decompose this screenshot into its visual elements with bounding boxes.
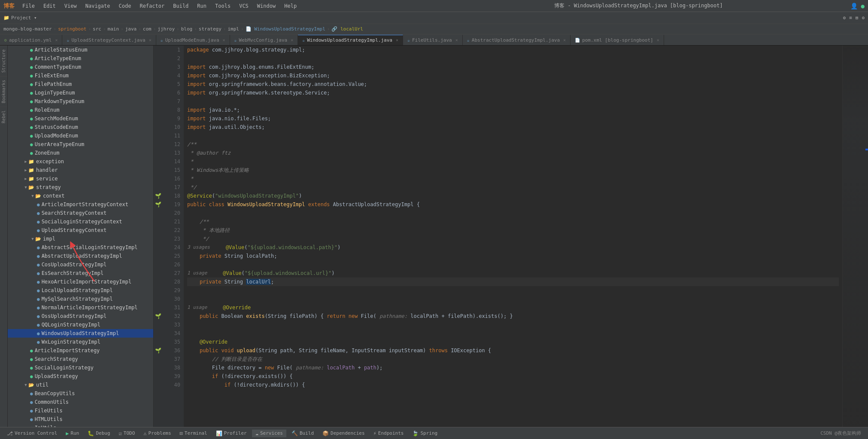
rebel-panel-label[interactable]: Rebel (0, 107, 7, 127)
bookmarks-panel-label[interactable]: Bookmarks (0, 76, 7, 107)
tree-item-file-utils[interactable]: ● FileUtils (8, 406, 153, 415)
menu-tools[interactable]: Tools (212, 2, 233, 10)
code-area[interactable]: package com.jjhroy.blog.strategy.impl; i… (184, 46, 842, 427)
menu-navigate[interactable]: Navigate (83, 2, 113, 10)
tab-file-utils[interactable]: ☕ FileUtils.java × (403, 35, 463, 45)
tree-item-upload-strategy[interactable]: ● UploadStrategy (8, 372, 153, 381)
tree-item-impl[interactable]: ▼ 📂 impl (8, 235, 153, 243)
menu-file[interactable]: File (20, 2, 37, 10)
tree-item-handler[interactable]: ▶ 📁 handler (8, 166, 153, 174)
tab-windows-upload-strategy[interactable]: ☕ WindowsUploadStrategyImpl.java × (298, 35, 403, 45)
bc-springboot[interactable]: springboot (58, 26, 86, 32)
close-tab-pom[interactable]: × (657, 38, 659, 43)
tree-item-bean-copy[interactable]: ● BeanCopyUtils (8, 389, 153, 398)
tree-item-strategy[interactable]: ▼ 📂 strategy (8, 183, 153, 192)
bc-strategy[interactable]: strategy (199, 26, 222, 32)
bc-jjhroy[interactable]: jjhroy (158, 26, 175, 32)
bc-mongo[interactable]: mongo-blog-master (3, 26, 52, 32)
menu-bar[interactable]: File Edit View Navigate Code Refactor Bu… (20, 2, 299, 10)
structure-panel-label[interactable]: Structure (0, 46, 7, 76)
tree-item-normal-import[interactable]: ● NormalArticleImportStrategyImpl (8, 303, 153, 312)
bc-localurl[interactable]: 🔗 localUrl (331, 26, 363, 32)
tree-item-abstract-social[interactable]: ● AbstractSocialLoginStrategyImpl (8, 243, 153, 252)
bc-blog[interactable]: blog (181, 26, 193, 32)
tree-item-article-import-strategy[interactable]: ● ArticleImportStrategy (8, 346, 153, 355)
status-dependencies[interactable]: 📦 Dependencies (319, 430, 368, 437)
user-icon[interactable]: 👤 (850, 3, 858, 9)
settings-icon[interactable]: ⚙ (843, 15, 846, 21)
tab-abstract-upload[interactable]: ☕ AbstractUploadStrategyImpl.java × (463, 35, 571, 45)
tree-item-common-utils[interactable]: ● CommonUtils (8, 398, 153, 406)
tab-webmvc-config[interactable]: ☕ WebMvcConfig.java × (230, 35, 298, 45)
tree-item-html-utils[interactable]: ● HTMLUtils (8, 415, 153, 424)
tree-item-role-enum[interactable]: ● RoleEnum (8, 106, 153, 114)
tree-item-markdown-type-enum[interactable]: ● MarkdownTypeEnum (8, 97, 153, 106)
menu-window[interactable]: Window (255, 2, 278, 10)
status-profiler[interactable]: 📊 Profiler (212, 430, 250, 437)
close-tab-wmc[interactable]: × (291, 38, 293, 43)
status-services[interactable]: ☁ Services (252, 430, 286, 437)
tab-upload-strategy-context[interactable]: ☕ UploadStrategyContext.java × (62, 35, 156, 45)
tree-item-windows-upload[interactable]: ● WindowsUploadStrategyImpl (8, 329, 153, 338)
menu-refactor[interactable]: Refactor (137, 2, 167, 10)
bc-com[interactable]: com (143, 26, 152, 32)
tree-item-zone-enum[interactable]: ● ZoneEnum (8, 149, 153, 157)
bc-file[interactable]: 📄 WindowsUploadStrategyImpl (246, 26, 325, 32)
tree-item-article-import-ctx[interactable]: ● ArticleImportStrategyContext (8, 200, 153, 209)
status-build[interactable]: 🔨 Build (288, 430, 317, 437)
status-version-control[interactable]: ⎇ Version Control (3, 430, 61, 437)
tree-item-context[interactable]: ▼ 📂 context (8, 192, 153, 200)
tree-item-search-ctx[interactable]: ● SearchStrategyContext (8, 209, 153, 217)
bc-src[interactable]: src (93, 26, 101, 32)
tree-item-search-mode-enum[interactable]: ● SearchModeEnum (8, 114, 153, 123)
tree-item-upload-mode-enum[interactable]: ● UploadModeEnum (8, 131, 153, 140)
tree-item-util[interactable]: ▼ 📂 util (8, 381, 153, 389)
tree-item-login-type-enum[interactable]: ● LoginTypeEnum (8, 88, 153, 97)
tree-item-upload-ctx[interactable]: ● UploadStrategyContext (8, 226, 153, 235)
expand-icon[interactable]: ⊞ (856, 15, 859, 21)
close-tab-usc[interactable]: × (149, 38, 152, 43)
tree-item-oss-upload[interactable]: ● OssUploadStrategyImpl (8, 312, 153, 320)
tree-item-es-search[interactable]: ● EsSearchStrategyImpl (8, 269, 153, 277)
menu-code[interactable]: Code (116, 2, 134, 10)
status-spring[interactable]: 🍃 Spring (409, 430, 441, 437)
project-label[interactable]: Project ▾ (11, 15, 37, 21)
tree-item-exception[interactable]: ▶ 📁 exception (8, 157, 153, 166)
close-tab-ume[interactable]: × (223, 38, 225, 43)
menu-view[interactable]: View (62, 2, 79, 10)
tree-item-social-login-strategy[interactable]: ● SocialLoginStrategy (8, 363, 153, 372)
menu-help[interactable]: Help (282, 2, 299, 10)
tree-item-qq-login[interactable]: ● QQLoginStrategyImpl (8, 320, 153, 329)
tree-item-mysql-search[interactable]: ● MySqlSearchStrategyImpl (8, 295, 153, 303)
file-tree-content[interactable]: ● ArticleStatusEnum ● ArticleTypeEnum ● … (8, 46, 153, 427)
menu-build[interactable]: Build (170, 2, 191, 10)
tree-item-social-login-ctx[interactable]: ● SocialLoginStrategyContext (8, 217, 153, 226)
close-tab-wusi[interactable]: × (396, 38, 398, 43)
tree-item-article-status-enum[interactable]: ● ArticleStatusEnum (8, 46, 153, 54)
status-endpoints[interactable]: ⚡ Endpoints (370, 430, 407, 437)
tree-item-hexo-import[interactable]: ● HexoArticleImportStrategyImpl (8, 277, 153, 286)
tree-item-abstract-upload[interactable]: ● AbstractUploadStrategyImpl (8, 252, 153, 260)
bc-main[interactable]: main (108, 26, 119, 32)
status-debug[interactable]: 🐛 Debug (84, 430, 113, 437)
tree-item-cos-upload[interactable]: ● CosUploadStrategyImpl (8, 260, 153, 269)
bc-java[interactable]: java (125, 26, 137, 32)
status-problems[interactable]: ⚠ Problems (140, 430, 174, 437)
tree-item-user-area-type-enum[interactable]: ● UserAreaTypeEnum (8, 140, 153, 149)
status-run[interactable]: ▶ Run (62, 430, 82, 437)
tree-item-search-strategy[interactable]: ● SearchStrategy (8, 355, 153, 363)
tab-pom-xml[interactable]: 📄 pom.xml [blog-springboot] × (571, 35, 664, 45)
tree-item-service[interactable]: ▶ 📁 service (8, 174, 153, 183)
tree-item-local-upload[interactable]: ● LocalUploadStrategyImpl (8, 286, 153, 295)
status-terminal[interactable]: ⊡ Terminal (176, 430, 211, 437)
menu-run[interactable]: Run (194, 2, 209, 10)
status-todo[interactable]: ☑ TODO (115, 430, 139, 437)
tree-item-status-code-enum[interactable]: ● StatusCodeEnum (8, 123, 153, 131)
gear-icon[interactable]: ⚙ (862, 15, 865, 21)
tree-item-comment-type-enum[interactable]: ● CommentTypeEnum (8, 63, 153, 71)
tree-item-file-path-enum[interactable]: ● FilePathEnum (8, 80, 153, 88)
tab-application-yml[interactable]: ⚙ application.yml × (0, 35, 62, 45)
menu-vcs[interactable]: VCS (237, 2, 251, 10)
tree-item-ip-utils[interactable]: ● IpUtils (8, 424, 153, 427)
close-tab-ausi[interactable]: × (563, 38, 566, 43)
